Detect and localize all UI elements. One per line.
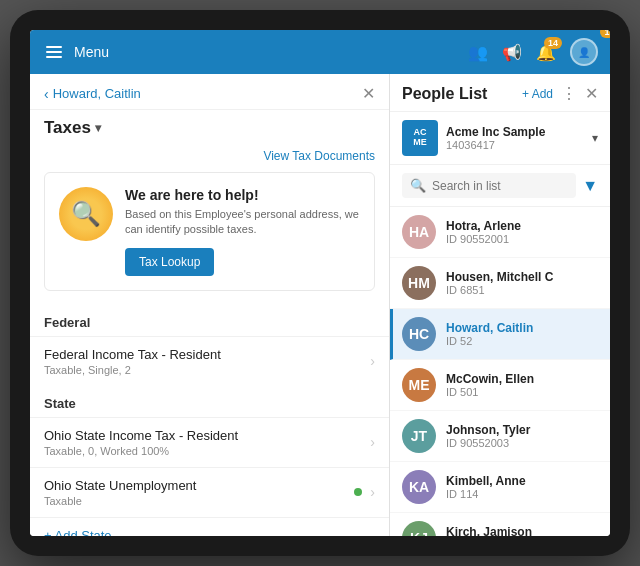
person-name: Housen, Mitchell C [446,270,553,284]
person-info: Housen, Mitchell CID 6851 [446,270,553,296]
person-id: ID 52 [446,335,533,347]
help-card-description: Based on this Employee's personal addres… [125,207,360,238]
federal-income-tax-item[interactable]: Federal Income Tax - Resident Taxable, S… [30,336,389,386]
people-list-header: People List + Add ⋮ ✕ [390,74,610,112]
add-state-button[interactable]: + Add State [30,517,389,536]
left-panel-header: ‹ Howard, Caitlin ✕ [30,74,389,110]
right-panel: People List + Add ⋮ ✕ ACME Acme Inc Samp… [390,74,610,536]
person-id: ID 90552001 [446,233,521,245]
company-logo: ACME [402,120,438,156]
person-name: Kimbell, Anne [446,474,526,488]
search-input[interactable] [432,179,568,193]
left-panel: ‹ Howard, Caitlin ✕ Taxes ▾ View Tax Doc… [30,74,390,536]
person-avatar: ME [402,368,436,402]
person-avatar: KA [402,470,436,504]
person-name: Howard, Caitlin [446,321,533,335]
filter-icon[interactable]: ▼ [582,177,598,195]
state-section-header: State [30,386,389,417]
tax-name: Federal Income Tax - Resident [44,347,221,362]
dropdown-arrow-icon[interactable]: ▾ [95,121,101,135]
tax-item-right: › [370,353,375,369]
nav-icons-group: 👥 📢 🔔 14 👤 1 [468,38,598,66]
person-info: Kirch, JamisonID 6855 [446,525,532,536]
person-avatar: HA [402,215,436,249]
help-card-title: We are here to help! [125,187,360,203]
person-name: McCowin, Ellen [446,372,534,386]
person-list-item[interactable]: JTJohnson, TylerID 90552003 [390,411,610,462]
tax-item-right: › [370,434,375,450]
close-panel-button[interactable]: ✕ [362,84,375,103]
app-title: Menu [74,44,460,60]
company-info: Acme Inc Sample 14036417 [446,125,584,151]
company-id: 14036417 [446,139,584,151]
ohio-income-tax-item[interactable]: Ohio State Income Tax - Resident Taxable… [30,417,389,467]
megaphone-icon[interactable]: 📢 [502,43,522,62]
tax-item-info: Ohio State Income Tax - Resident Taxable… [44,428,238,457]
ohio-unemployment-item[interactable]: Ohio State Unemployment Taxable › [30,467,389,517]
close-people-list-button[interactable]: ✕ [585,84,598,103]
person-list-item[interactable]: HCHoward, CaitlinID 52 [390,309,610,360]
person-name: Johnson, Tyler [446,423,530,437]
tax-sub: Taxable, Single, 2 [44,364,221,376]
person-info: Kimbell, AnneID 114 [446,474,526,500]
user-avatar[interactable]: 👤 1 [570,38,598,66]
add-person-button[interactable]: + Add [522,87,553,101]
federal-section: Federal Federal Income Tax - Resident Ta… [30,305,389,386]
person-list-item[interactable]: MEMcCowin, EllenID 501 [390,360,610,411]
tax-sub: Taxable, 0, Worked 100% [44,445,238,457]
person-name: Kirch, Jamison [446,525,532,536]
chevron-right-icon: › [370,434,375,450]
tax-sub: Taxable [44,495,196,507]
search-bar: 🔍 ▼ [390,165,610,207]
person-info: Hotra, ArleneID 90552001 [446,219,521,245]
person-info: Howard, CaitlinID 52 [446,321,533,347]
person-list-item[interactable]: HAHotra, ArleneID 90552001 [390,207,610,258]
federal-section-header: Federal [30,305,389,336]
person-list-item[interactable]: KJKirch, JamisonID 6855 [390,513,610,536]
help-card-text: We are here to help! Based on this Emplo… [125,187,360,276]
company-name: Acme Inc Sample [446,125,584,139]
person-id: ID 90552003 [446,437,530,449]
back-label: Howard, Caitlin [53,86,141,101]
search-icon: 🔍 [410,178,426,193]
person-avatar: KJ [402,521,436,536]
notification-badge: 14 [544,37,562,49]
hamburger-menu-button[interactable] [42,42,66,62]
person-name: Hotra, Arlene [446,219,521,233]
app-container: Menu 👥 📢 🔔 14 👤 1 ‹ [30,30,610,536]
chevron-right-icon: › [370,484,375,500]
chevron-right-icon: › [370,353,375,369]
back-arrow-icon: ‹ [44,86,49,102]
people-icon[interactable]: 👥 [468,43,488,62]
person-info: Johnson, TylerID 90552003 [446,423,530,449]
tax-name: Ohio State Unemployment [44,478,196,493]
person-list-item[interactable]: KAKimbell, AnneID 114 [390,462,610,513]
person-info: McCowin, EllenID 501 [446,372,534,398]
more-options-button[interactable]: ⋮ [561,84,577,103]
people-list-actions: + Add ⋮ ✕ [522,84,598,103]
main-content-area: ‹ Howard, Caitlin ✕ Taxes ▾ View Tax Doc… [30,74,610,536]
company-selector[interactable]: ACME Acme Inc Sample 14036417 ▾ [390,112,610,165]
people-list: HAHotra, ArleneID 90552001HMHousen, Mitc… [390,207,610,536]
tax-item-right: › [354,484,375,500]
person-id: ID 501 [446,386,534,398]
green-status-dot [354,488,362,496]
person-avatar: HC [402,317,436,351]
section-title: Taxes ▾ [30,110,389,146]
search-input-wrap: 🔍 [402,173,576,198]
notification-icon[interactable]: 🔔 14 [536,43,556,62]
people-list-title: People List [402,85,487,103]
back-button[interactable]: ‹ Howard, Caitlin [44,86,141,102]
tax-item-info: Ohio State Unemployment Taxable [44,478,196,507]
person-id: ID 6851 [446,284,553,296]
company-dropdown-icon: ▾ [592,131,598,145]
view-docs-link[interactable]: View Tax Documents [30,146,389,172]
tax-lookup-button[interactable]: Tax Lookup [125,248,214,276]
person-avatar: HM [402,266,436,300]
help-card: 🔍 We are here to help! Based on this Emp… [44,172,375,291]
tax-name: Ohio State Income Tax - Resident [44,428,238,443]
person-avatar: JT [402,419,436,453]
person-list-item[interactable]: HMHousen, Mitchell CID 6851 [390,258,610,309]
help-illustration: 🔍 [59,187,113,241]
state-section: State Ohio State Income Tax - Resident T… [30,386,389,536]
